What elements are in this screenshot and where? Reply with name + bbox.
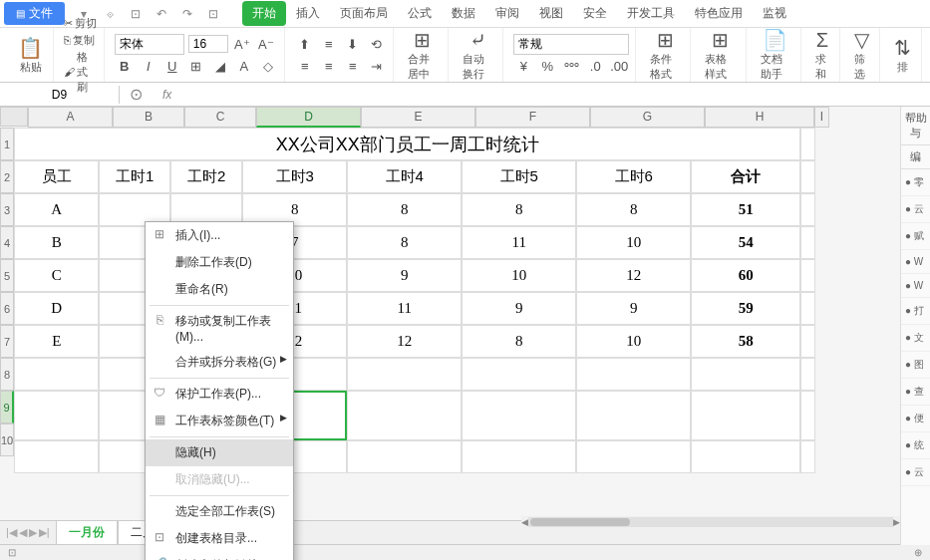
number-format-select[interactable]: 常规 <box>513 34 629 55</box>
data-cell[interactable]: 10 <box>462 259 576 292</box>
wrap-button[interactable]: ⤶自动换行 <box>459 26 496 84</box>
ribbon-tab-2[interactable]: 页面布局 <box>330 1 398 26</box>
grid[interactable]: XX公司XX部门员工一周工时统计员工工时1工时2工时3工时4工时5工时6合计A8… <box>14 128 815 473</box>
doc-helper-button[interactable]: 📄文档助手 <box>757 26 794 84</box>
row-header[interactable]: 3 <box>0 193 14 226</box>
row-header[interactable]: 10 <box>0 423 14 456</box>
ribbon-tab-4[interactable]: 数据 <box>442 1 485 26</box>
qat-item[interactable]: ⊡ <box>204 5 222 23</box>
cell[interactable] <box>462 440 576 473</box>
column-header[interactable]: F <box>475 107 590 128</box>
cell[interactable] <box>14 358 99 391</box>
fill-color-button[interactable]: ◢ <box>210 57 230 77</box>
cell[interactable] <box>800 325 815 358</box>
currency-button[interactable]: ¥ <box>513 57 533 77</box>
cell[interactable] <box>347 440 462 473</box>
header-cell[interactable]: 工时6 <box>576 160 691 193</box>
sidebar-item[interactable]: ● 便 <box>901 406 930 432</box>
data-cell[interactable]: 9 <box>462 292 576 325</box>
bold-button[interactable]: B <box>115 57 135 77</box>
data-cell[interactable]: 8 <box>576 193 691 226</box>
table-style-button[interactable]: ⊞表格样式 <box>701 26 739 84</box>
font-color-button[interactable]: A <box>234 57 254 77</box>
data-cell[interactable]: A <box>14 193 99 226</box>
data-cell[interactable]: D <box>14 292 99 325</box>
data-cell[interactable]: 8 <box>462 325 576 358</box>
indent-button[interactable]: ⇥ <box>367 56 387 76</box>
row-header[interactable]: 6 <box>0 292 14 325</box>
increase-font-button[interactable]: A⁺ <box>232 34 252 54</box>
context-menu-item[interactable]: 选定全部工作表(S) <box>146 498 293 525</box>
ribbon-tab-3[interactable]: 公式 <box>398 1 442 26</box>
context-menu-item[interactable]: ⊞插入(I)... <box>146 222 293 249</box>
comma-button[interactable]: ᵒᵒᵒ <box>561 57 581 77</box>
sidebar-item[interactable]: ● 统 <box>901 432 930 459</box>
paste-button[interactable]: 📋 粘贴 <box>14 34 47 77</box>
row-header[interactable]: 7 <box>0 325 14 358</box>
row-header[interactable]: 5 <box>0 259 14 292</box>
decrease-font-button[interactable]: A⁻ <box>256 34 276 54</box>
cell[interactable] <box>576 440 691 473</box>
percent-button[interactable]: % <box>537 57 557 77</box>
qat-undo-icon[interactable]: ↶ <box>153 5 170 23</box>
sidebar-item[interactable]: ● W <box>901 250 930 274</box>
sort-button[interactable]: ⇅排 <box>890 34 915 77</box>
name-box[interactable]: D9 <box>0 86 120 104</box>
italic-button[interactable]: I <box>139 57 158 77</box>
sheet-nav-first-icon[interactable]: |◀ <box>6 526 17 539</box>
data-cell[interactable]: 9 <box>576 292 691 325</box>
align-middle-button[interactable]: ≡ <box>319 34 339 54</box>
data-cell[interactable]: 58 <box>691 325 800 358</box>
zoom-icon[interactable]: ⊕ <box>914 547 922 558</box>
cell[interactable] <box>800 259 815 292</box>
cell[interactable] <box>462 358 576 391</box>
column-header[interactable]: D <box>256 107 361 128</box>
qat-redo-icon[interactable]: ↷ <box>178 5 196 23</box>
underline-button[interactable]: U <box>162 57 182 77</box>
sidebar-item[interactable]: ● 云 <box>901 196 930 223</box>
ribbon-tab-7[interactable]: 安全 <box>573 1 617 26</box>
header-cell[interactable]: 工时4 <box>347 160 462 193</box>
fx-icon[interactable]: ⊙ <box>120 85 153 104</box>
header-cell[interactable]: 员工 <box>14 160 99 193</box>
cell[interactable] <box>14 391 99 440</box>
context-menu-item[interactable]: 隐藏(H) <box>146 439 293 466</box>
align-center-button[interactable]: ≡ <box>319 56 339 76</box>
data-cell[interactable]: 59 <box>691 292 800 325</box>
context-menu-item[interactable]: 重命名(R) <box>146 276 293 303</box>
data-cell[interactable]: E <box>14 325 99 358</box>
align-left-button[interactable]: ≡ <box>295 56 315 76</box>
context-menu-item[interactable]: 🛡保护工作表(P)... <box>146 381 293 408</box>
column-header[interactable]: I <box>814 107 829 128</box>
header-cell[interactable]: 工时2 <box>170 160 242 193</box>
data-cell[interactable]: 8 <box>462 193 576 226</box>
sidebar-item[interactable]: ● W <box>901 274 930 298</box>
header-cell[interactable]: 工时3 <box>242 160 347 193</box>
file-menu-button[interactable]: 文件 <box>4 2 65 25</box>
data-cell[interactable]: 11 <box>462 226 576 259</box>
cell[interactable] <box>800 193 815 226</box>
context-menu-item[interactable]: 🔗创建文件超链接... <box>146 552 293 560</box>
cell[interactable] <box>800 128 815 160</box>
cell[interactable] <box>576 391 691 440</box>
data-cell[interactable]: 60 <box>691 259 800 292</box>
data-cell[interactable]: 10 <box>576 226 691 259</box>
decimal-dec-button[interactable]: .00 <box>609 57 629 77</box>
sidebar-item[interactable]: ● 云 <box>901 459 930 486</box>
cell[interactable] <box>800 292 815 325</box>
sidebar-item[interactable]: ● 打 <box>901 298 930 325</box>
cell[interactable] <box>576 358 691 391</box>
qat-item[interactable]: ⊡ <box>127 5 145 23</box>
cell[interactable] <box>691 440 800 473</box>
sheet-tab[interactable]: 一月份 <box>56 520 118 546</box>
title-cell[interactable]: XX公司XX部门员工一周工时统计 <box>14 128 800 160</box>
row-header[interactable]: 4 <box>0 226 14 259</box>
data-cell[interactable]: 12 <box>347 325 462 358</box>
orientation-button[interactable]: ⟲ <box>367 34 387 54</box>
context-menu-item[interactable]: 删除工作表(D) <box>146 249 293 276</box>
cond-format-button[interactable]: ⊞条件格式 <box>646 26 684 84</box>
align-right-button[interactable]: ≡ <box>343 56 363 76</box>
data-cell[interactable]: B <box>14 226 99 259</box>
sidebar-item[interactable]: ● 赋 <box>901 223 930 250</box>
copy-button[interactable]: ⎘复制 <box>64 33 98 48</box>
